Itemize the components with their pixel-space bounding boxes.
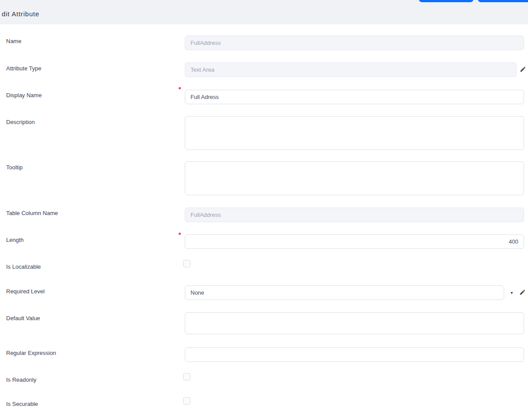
required-level-edit-pencil-icon[interactable]	[519, 289, 526, 296]
length-required-dot	[179, 233, 181, 235]
primary-action-button-2[interactable]	[478, 0, 528, 2]
is-securable-checkbox[interactable]	[183, 397, 191, 405]
is-readonly-checkbox[interactable]	[183, 373, 191, 380]
length-label: Length	[6, 237, 24, 244]
is-securable-label: Is Securable	[6, 401, 38, 408]
primary-action-button-1[interactable]	[419, 0, 473, 2]
attribute-type-field[interactable]	[185, 62, 517, 77]
length-field[interactable]	[185, 234, 524, 249]
tooltip-field[interactable]	[185, 161, 524, 195]
is-localizable-label: Is Localizable	[6, 263, 41, 270]
description-field[interactable]	[185, 116, 524, 150]
table-column-name-field[interactable]	[185, 208, 524, 222]
required-level-select[interactable]: None	[185, 285, 504, 300]
display-name-field[interactable]	[185, 90, 524, 104]
attribute-type-label: Attribute Type	[6, 65, 41, 72]
attribute-type-edit-pencil-icon[interactable]	[520, 66, 526, 73]
required-level-caret-down-icon[interactable]: ▾	[509, 290, 515, 296]
table-column-name-label: Table Column Name	[6, 210, 58, 217]
page-title: dit Attribute	[2, 10, 39, 18]
description-label: Description	[6, 119, 35, 126]
regular-expression-label: Regular Expression	[6, 350, 56, 357]
regular-expression-field[interactable]	[185, 347, 524, 362]
default-value-field[interactable]	[185, 312, 524, 334]
tooltip-label: Tooltip	[6, 164, 23, 171]
is-localizable-checkbox[interactable]	[183, 260, 191, 267]
is-readonly-label: Is Readonly	[6, 376, 37, 383]
display-name-label: Display Name	[6, 92, 42, 99]
edit-attribute-page: dit Attribute Name Attribute Type Displa…	[0, 0, 528, 420]
required-level-value: None	[191, 289, 204, 296]
display-name-required-dot	[179, 87, 181, 89]
default-value-label: Default Value	[6, 315, 40, 322]
required-level-label: Required Level	[6, 288, 44, 295]
page-header: dit Attribute	[0, 0, 528, 24]
name-label: Name	[6, 38, 22, 45]
name-field[interactable]	[185, 36, 524, 50]
